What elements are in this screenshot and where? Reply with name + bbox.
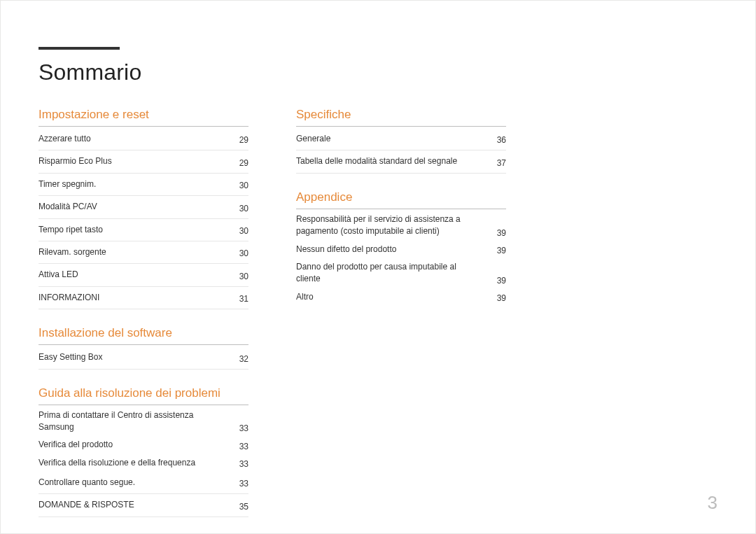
toc-entry[interactable]: Attiva LED30 [38,264,248,286]
toc-entry-label: Easy Setting Box [38,351,102,363]
toc-entry[interactable]: Risparmio Eco Plus29 [38,150,248,173]
toc-entry[interactable]: Rilevam. sorgente30 [38,241,248,264]
toc-entry-label: INFORMAZIONI [38,292,99,304]
toc-entry-label: DOMANDE & RISPOSTE [38,499,134,511]
toc-entry[interactable]: INFORMAZIONI31 [38,287,248,309]
toc-entry[interactable]: Controllare quanto segue.33 [38,472,248,494]
page-title: Sommario [38,59,718,85]
toc-entry[interactable]: Easy Setting Box32 [38,346,248,369]
toc-entry-label: Tempo ripet tasto [38,224,103,236]
toc-entry-label: Tabella delle modalità standard del segn… [296,155,457,167]
toc-entry[interactable]: Prima di contattare il Centro di assiste… [38,407,248,437]
toc-entry-label: Timer spegnim. [38,178,96,190]
document-page: Sommario Impostazione e resetAzzerare tu… [0,0,756,534]
toc-entry-page: 32 [234,354,248,364]
toc-entry[interactable]: Azzerare tutto29 [38,128,248,150]
toc-entry-page: 35 [234,502,248,512]
toc-entry-page: 29 [234,135,248,145]
toc-entry[interactable]: Danno del prodotto per causa imputabile … [296,258,506,288]
toc-entry-label: Attiva LED [38,269,78,281]
toc-entry-page: 33 [234,459,248,469]
toc-entry-page: 39 [491,293,506,303]
toc-section-appendice: AppendiceResponsabilità per il servizio … [296,190,506,306]
toc-entry[interactable]: Nessun difetto del prodotto39 [296,241,506,258]
toc-section-guida: Guida alla risoluzione dei problemiPrima… [38,386,248,517]
toc-columns: Impostazione e resetAzzerare tutto29Risp… [38,108,718,534]
toc-entry-label: Verifica del prodotto [38,439,113,451]
toc-entry-page: 30 [234,248,248,258]
toc-entry-page: 30 [234,272,248,281]
toc-section-impostazione: Impostazione e resetAzzerare tutto29Risp… [38,108,248,309]
toc-column-left: Impostazione e resetAzzerare tutto29Risp… [38,108,248,534]
toc-section-title[interactable]: Installazione del software [38,326,248,345]
toc-entry-label: Danno del prodotto per causa imputabile … [296,261,471,286]
toc-entry-page: 33 [234,442,248,451]
page-number: 3 [708,492,718,514]
toc-entry-label: Controllare quanto segue. [38,477,135,489]
toc-entry[interactable]: Verifica della risoluzione e della frequ… [38,454,248,472]
toc-section-title[interactable]: Guida alla risoluzione dei problemi [38,386,248,405]
toc-entry-page: 36 [491,135,506,145]
toc-entry-label: Risparmio Eco Plus [38,155,112,167]
toc-entry-label: Verifica della risoluzione e della frequ… [38,457,195,469]
toc-section-title[interactable]: Appendice [296,190,506,209]
toc-entry-page: 31 [234,294,248,304]
toc-entry[interactable]: Responsabilità per il servizio di assist… [296,211,506,241]
toc-entry[interactable]: Tabella delle modalità standard del segn… [296,150,506,173]
toc-column-right: SpecificheGenerale36Tabella delle modali… [296,108,506,534]
toc-entry-page: 37 [491,158,506,168]
title-rule [38,47,120,50]
toc-section-title[interactable]: Specifiche [296,108,506,127]
toc-entry[interactable]: Modalità PC/AV30 [38,196,248,218]
toc-entry-label: Responsabilità per il servizio di assist… [296,213,471,238]
toc-entry-page: 30 [234,181,248,190]
toc-entry-label: Azzerare tutto [38,133,91,145]
toc-section-specifiche: SpecificheGenerale36Tabella delle modali… [296,108,506,174]
toc-entry[interactable]: Timer spegnim.30 [38,174,248,196]
toc-entry[interactable]: Tempo ripet tasto30 [38,219,248,241]
toc-section-title[interactable]: Impostazione e reset [38,108,248,127]
toc-entry-page: 29 [234,158,248,168]
toc-entry-page: 30 [234,204,248,213]
toc-entry-page: 39 [491,228,506,238]
toc-section-installazione: Installazione del softwareEasy Setting B… [38,326,248,369]
toc-entry-page: 39 [491,246,506,255]
toc-entry[interactable]: Generale36 [296,128,506,150]
toc-entry-page: 30 [234,226,248,236]
toc-entry-page: 39 [491,276,506,286]
toc-entry[interactable]: Verifica del prodotto33 [38,436,248,454]
toc-entry-page: 33 [234,423,248,433]
toc-entry-label: Rilevam. sorgente [38,246,106,258]
toc-entry[interactable]: Altro39 [296,288,506,306]
toc-entry-label: Nessun difetto del prodotto [296,244,396,255]
toc-entry-label: Generale [296,133,330,145]
toc-entry-label: Prima di contattare il Centro di assiste… [38,409,214,434]
toc-entry-label: Altro [296,291,314,303]
toc-entry-page: 33 [234,479,248,489]
toc-entry[interactable]: DOMANDE & RISPOSTE35 [38,494,248,517]
toc-entry-label: Modalità PC/AV [38,201,97,213]
